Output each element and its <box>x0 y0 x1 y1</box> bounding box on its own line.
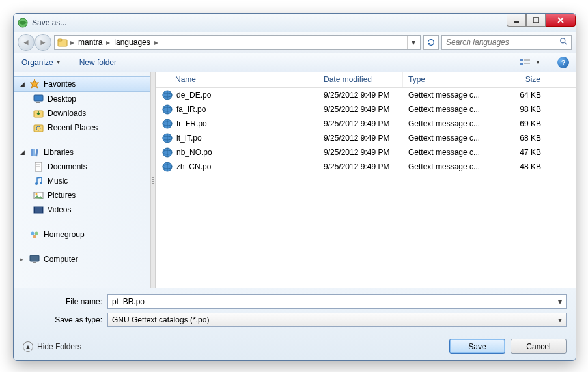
savetype-value: GNU Gettext catalogs (*.po) <box>111 315 557 324</box>
file-date: 9/25/2012 9:49 PM <box>318 134 403 143</box>
sidebar-item-pictures[interactable]: Pictures <box>14 188 150 203</box>
svg-rect-2 <box>533 18 539 23</box>
refresh-button[interactable] <box>423 35 439 50</box>
file-date: 9/25/2012 9:49 PM <box>318 91 403 100</box>
close-button[interactable] <box>546 14 576 27</box>
sidebar-item-videos[interactable]: Videos <box>14 203 150 217</box>
file-size: 98 KB <box>494 105 546 114</box>
file-type: Gettext message c... <box>403 134 494 143</box>
minimize-button[interactable] <box>507 14 526 27</box>
window-title: Save as... <box>32 18 66 27</box>
po-file-icon <box>162 133 173 143</box>
file-date: 9/25/2012 9:49 PM <box>318 119 403 128</box>
column-date[interactable]: Date modified <box>318 72 403 87</box>
svg-rect-7 <box>520 59 523 61</box>
svg-rect-33 <box>33 262 36 263</box>
file-date: 9/25/2012 9:49 PM <box>318 148 403 157</box>
svg-rect-28 <box>42 207 43 213</box>
back-button[interactable]: ◄ <box>18 34 35 51</box>
new-folder-button[interactable]: New folder <box>78 55 118 70</box>
nav-bar: ◄ ► ▸ mantra ▸ languages ▸ ▾ <box>14 32 576 53</box>
breadcrumb-languages[interactable]: languages <box>111 36 152 49</box>
file-type: Gettext message c... <box>403 119 494 128</box>
forward-button[interactable]: ► <box>35 34 51 51</box>
help-button[interactable]: ? <box>557 57 569 68</box>
file-name: fa_IR.po <box>176 105 206 114</box>
app-icon <box>18 18 28 28</box>
bottom-panel: File name: ▾ Save as type: GNU Gettext c… <box>14 288 576 360</box>
column-type[interactable]: Type <box>403 72 494 87</box>
organize-button[interactable]: Organize ▼ <box>20 55 63 70</box>
svg-line-6 <box>565 42 567 44</box>
svg-rect-32 <box>30 255 39 261</box>
file-type: Gettext message c... <box>403 105 494 114</box>
save-button[interactable]: Save <box>449 339 505 354</box>
sidebar-item-desktop[interactable]: Desktop <box>14 92 150 106</box>
po-file-icon <box>162 119 173 129</box>
svg-point-23 <box>40 182 42 184</box>
file-list: Name Date modified Type Size de_DE.po9/2… <box>156 72 576 288</box>
sidebar-item-downloads[interactable]: Downloads <box>14 106 150 121</box>
file-type: Gettext message c... <box>403 162 494 171</box>
chevron-down-icon[interactable]: ▾ <box>557 315 563 324</box>
sidebar-item-music[interactable]: Music <box>14 174 150 188</box>
column-headers: Name Date modified Type Size <box>156 72 576 88</box>
file-row[interactable]: fa_IR.po9/25/2012 9:49 PMGettext message… <box>156 102 576 117</box>
music-icon <box>33 176 44 186</box>
svg-rect-12 <box>36 102 40 103</box>
chevron-down-icon: ▼ <box>56 59 61 65</box>
file-row[interactable]: nb_NO.po9/25/2012 9:49 PMGettext message… <box>156 145 576 160</box>
downloads-icon <box>33 108 44 119</box>
filename-combo[interactable]: ▾ <box>107 294 567 309</box>
column-size[interactable]: Size <box>494 72 546 87</box>
search-box[interactable] <box>441 35 572 50</box>
chevron-right-icon: ▸ <box>20 256 25 263</box>
sidebar-libraries-header[interactable]: ◢Libraries <box>14 145 150 160</box>
filename-input[interactable] <box>111 296 557 307</box>
view-options-button[interactable]: ▼ <box>518 55 542 70</box>
address-bar[interactable]: ▸ mantra ▸ languages ▸ ▾ <box>54 35 421 50</box>
file-name: it_IT.po <box>176 134 202 143</box>
file-row[interactable]: it_IT.po9/25/2012 9:49 PMGettext message… <box>156 131 576 145</box>
sidebar-computer[interactable]: ▸Computer <box>14 252 150 266</box>
splitter-handle[interactable] <box>150 72 156 288</box>
sidebar-item-documents[interactable]: Documents <box>14 160 150 174</box>
breadcrumb-mantra[interactable]: mantra <box>76 36 105 49</box>
sidebar-item-recent[interactable]: Recent Places <box>14 121 150 135</box>
file-size: 47 KB <box>494 148 546 157</box>
savetype-combo[interactable]: GNU Gettext catalogs (*.po)▾ <box>107 313 567 327</box>
chevron-down-icon[interactable]: ▾ <box>557 297 563 306</box>
pictures-icon <box>33 190 44 201</box>
svg-rect-4 <box>58 39 62 41</box>
column-name[interactable]: Name <box>156 72 318 87</box>
toolbar: Organize ▼ New folder ▼ ? <box>14 53 576 72</box>
file-size: 64 KB <box>494 91 546 100</box>
desktop-icon <box>33 94 44 104</box>
videos-icon <box>33 205 44 215</box>
svg-rect-17 <box>33 149 35 156</box>
address-dropdown-icon[interactable]: ▾ <box>407 36 419 49</box>
file-row[interactable]: fr_FR.po9/25/2012 9:49 PMGettext message… <box>156 117 576 131</box>
file-rows[interactable]: de_DE.po9/25/2012 9:49 PMGettext message… <box>156 88 576 288</box>
save-as-dialog: Save as... ◄ ► ▸ mantra ▸ languages ▸ ▾ <box>13 13 576 361</box>
svg-rect-27 <box>34 207 35 213</box>
title-bar[interactable]: Save as... <box>14 14 576 32</box>
search-input[interactable] <box>445 37 559 48</box>
sidebar-favorites-header[interactable]: ◢Favorites <box>14 76 150 92</box>
svg-point-22 <box>35 182 38 185</box>
cancel-button[interactable]: Cancel <box>511 339 567 354</box>
maximize-button[interactable] <box>526 14 546 27</box>
savetype-label: Save as type: <box>23 315 107 324</box>
search-icon <box>559 37 568 48</box>
svg-rect-11 <box>34 95 43 101</box>
svg-rect-26 <box>34 207 43 213</box>
hide-folders-button[interactable]: ▲Hide Folders <box>23 341 81 352</box>
file-row[interactable]: zh_CN.po9/25/2012 9:49 PMGettext message… <box>156 160 576 174</box>
recent-icon <box>33 122 44 133</box>
sidebar-homegroup[interactable]: Homegroup <box>14 227 150 242</box>
file-row[interactable]: de_DE.po9/25/2012 9:49 PMGettext message… <box>156 88 576 102</box>
svg-rect-1 <box>514 21 519 23</box>
po-file-icon <box>162 162 173 172</box>
homegroup-icon <box>29 229 40 240</box>
chevron-right-icon: ▸ <box>105 38 111 47</box>
